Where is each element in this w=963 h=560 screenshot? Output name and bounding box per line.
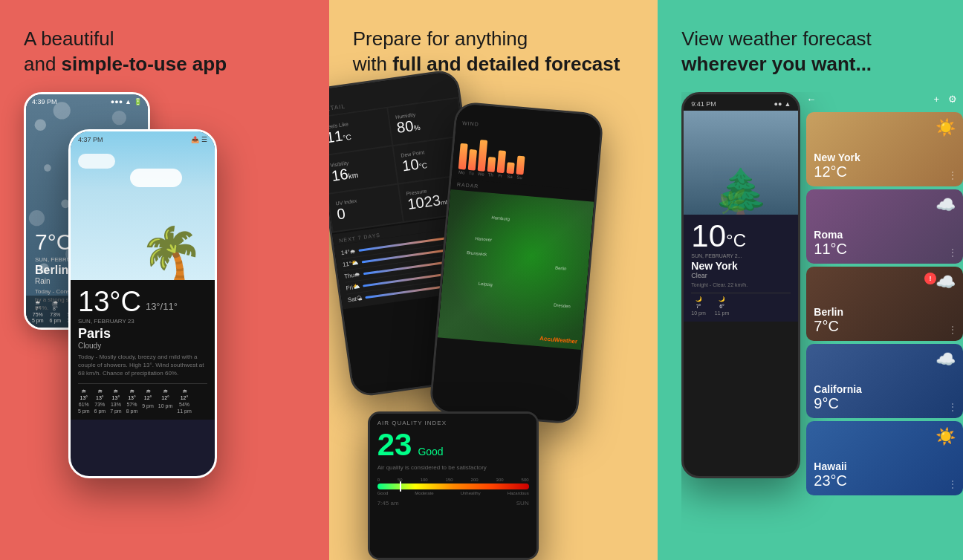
detail-uv: UV Index 0 [329,184,403,231]
aq-time: 7:45 amSUN [377,500,529,507]
front-weather-content: 13°C 13°/11° SUN, FEBRUARY 23 Paris Clou… [71,280,215,420]
svg-point-8 [29,210,45,226]
right-main-temp: 10°C [691,221,791,252]
loc-california-temp: 9°C [814,395,956,412]
middle-headline: Prepare for anything with full and detai… [353,27,635,77]
phone-front: 🌴 4:37 PM 📤☰ 13°C 13°/11° SUN, FEBRUARY … [68,129,217,478]
city-berlin: Berlin [555,265,567,270]
front-bg: 🌴 4:37 PM 📤☰ [71,131,215,280]
hour-item-4: 🌧13°57%8 pm [126,388,138,414]
loc-california-menu[interactable]: ⋮ [948,402,957,412]
loc-hawaii-menu[interactable]: ⋮ [948,479,957,489]
left-panel: A beautiful and simple-to-use app [0,0,329,560]
front-temp-range: 13°/11° [146,301,178,312]
loc-roma: Roma 11°C ☁️ ⋮ [806,189,963,264]
phone-radar: WIND Mo Tu We [429,101,604,425]
left-headline: A beautiful and simple-to-use app [24,27,305,77]
aq-title: AIR QUALITY INDEX [377,420,529,426]
right-main-city: New York [691,260,791,272]
middle-phones-container: DETAIL Feels Like 11°C Humidity 80% Visi… [353,92,635,545]
hour-item-5: 🌧12°9 pm [142,388,154,414]
loc-new-york: New York 12°C ☀️ ⋮ [806,112,963,186]
wind-bar-6: Sa [506,162,515,179]
right-sky-bg: 🌲 🌿 [684,111,798,215]
middle-panel: Prepare for anything with full and detai… [329,0,658,560]
loc-berlin-menu[interactable]: ⋮ [948,325,957,335]
loc-hawaii-icon: ☀️ [936,427,956,446]
hour-item-3: 🌧13°13%7 pm [110,388,122,414]
front-city: Paris [78,326,207,342]
wind-bar-4: Th [487,157,496,178]
front-date: SUN, FEBRUARY 23 [78,318,207,325]
list-navbar: ← + ⚙ [806,92,963,109]
aq-bar-container: 050100150200300500 GoodModerateUnhealthy… [377,478,529,495]
loc-roma-icon: ☁️ [936,195,956,215]
front-status-icons: 📤☰ [191,136,207,143]
hour-item-6: 🌧12°10 pm [158,388,172,414]
loc-berlin-badge: ! [924,273,936,284]
wind-bar-3: We [477,140,487,177]
nav-actions: + ⚙ [933,94,957,105]
status-icons-back: ●●●▲🔋 [111,98,142,105]
loc-ny-temp: 12°C [814,163,956,180]
right-main-phone: 9:41 PM ●●▲ 🌲 🌿 10°C SUN, FEBRUARY 2... … [681,92,800,478]
loc-roma-temp: 11°C [814,241,956,258]
loc-berlin: Berlin 7°C ☁️ ! ⋮ [806,267,963,341]
aq-marker [400,481,401,492]
hour-item-7: 🌧12°54%11 pm [177,388,191,414]
nav-add-icon[interactable]: + [933,94,939,105]
city-leipzig: Leipzig [478,281,492,287]
nav-settings-icon[interactable]: ⚙ [948,94,957,105]
aq-main: 23 Good [377,429,529,460]
right-main-hourly: 🌙7°10 pm 🌙6°11 pm [691,293,791,316]
wind-bar-2: Tu [467,149,477,176]
palm-tree-icon: 🌴 [139,228,204,280]
left-phones-container: 4:39 PM ●●●▲🔋 7°C 8° SUN, FEBRUARY 23 Be… [24,92,305,545]
loc-hawaii: Hawaii 23°C ☀️ ⋮ [806,421,963,495]
hour-item-1: 🌧13°61%5 pm [78,388,90,414]
right-main-statusbar: 9:41 PM ●●▲ [684,94,798,111]
radar-map: RADAR Hamburg Hanover Brunswick Leipzig … [431,178,595,423]
front-hourly-row: 🌧13°61%5 pm 🌧13°73%6 pm 🌧13°13%7 pm 🌧13°… [78,383,207,414]
location-list: ← + ⚙ New York 12°C ☀️ ⋮ Roma 11°C [806,92,963,495]
loc-roma-name: Roma [814,229,956,241]
loc-ny-menu[interactable]: ⋮ [948,170,957,180]
wind-bars-container: Mo Tu We Th [458,129,594,185]
hour-item-2: 🌧13°73%6 pm [94,388,106,414]
svg-point-0 [35,119,46,130]
right-main-date: SUN, FEBRUARY 2... [691,253,791,258]
nav-back-icon[interactable]: ← [806,94,816,105]
front-condition: Cloudy [78,342,207,350]
loc-berlin-name: Berlin [814,306,956,318]
svg-point-4 [44,164,51,172]
loc-berlin-temp: 7°C [814,318,956,335]
wind-section: WIND Mo Tu We [451,103,601,191]
loc-ny-name: New York [814,152,956,163]
front-desc: Today - Mostly cloudy, breezy and mild w… [78,353,207,378]
right-headline: View weather forecast wherever you want.… [681,27,963,77]
loc-berlin-icon: ☁️ [936,273,956,292]
loc-hawaii-name: Hawaii [814,460,956,472]
front-phone-time: 4:37 PM [78,136,103,143]
front-temp-row: 13°C 13°/11° [78,286,207,318]
loc-california-name: California [814,383,956,395]
right-panel: View weather forecast wherever you want.… [658,0,963,560]
loc-roma-menu[interactable]: ⋮ [948,247,957,258]
svg-point-3 [112,111,126,125]
loc-california-icon: ☁️ [936,350,956,369]
back-phone-time: 4:39 PM [32,98,57,105]
right-main-desc: Tonight - Clear. 22 km/h. [691,281,791,289]
radar-visual: Hamburg Hanover Brunswick Leipzig Berlin… [438,189,594,349]
front-statusbar: 4:37 PM 📤☰ [71,131,215,148]
right-status-icons: ●●▲ [774,100,791,108]
loc-california: California 9°C ☁️ ⋮ [806,344,963,418]
aq-bar [377,484,529,489]
right-main-content: 10°C SUN, FEBRUARY 2... New York Clear T… [684,215,798,322]
aq-label: Good [418,446,443,458]
tree2: 🌿 [719,189,746,215]
right-main-condition: Clear [691,272,791,279]
wind-bar-5: Fr [496,150,506,178]
loc-hawaii-temp: 23°C [814,472,956,489]
aq-desc: Air quality is considered to be satisfac… [377,463,529,472]
wind-bar-7: Su [515,155,525,180]
